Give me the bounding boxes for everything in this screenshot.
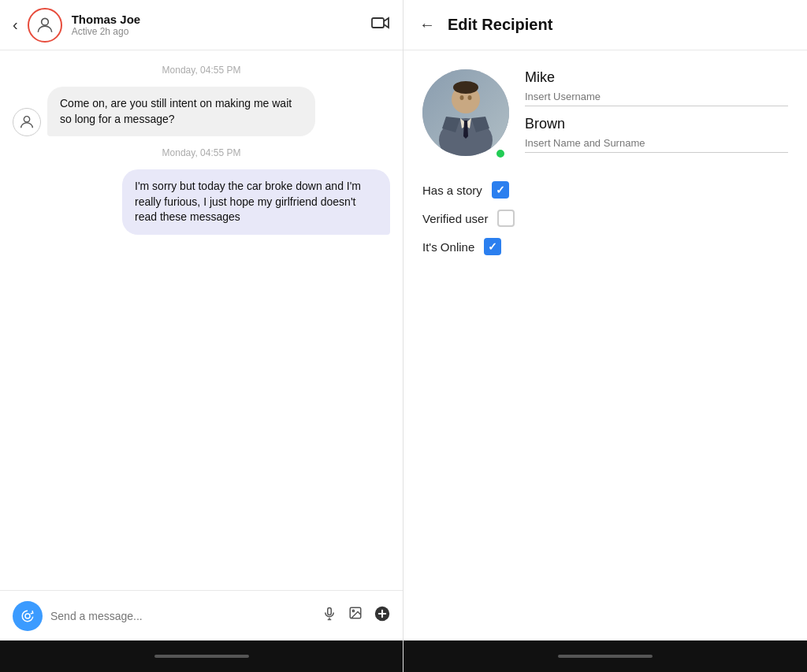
checkbox-verified[interactable] — [497, 210, 515, 227]
checkbox-online[interactable] — [484, 238, 501, 255]
profile-avatar-img — [422, 69, 509, 156]
header-info: Thomas Joe Active 2h ago — [72, 13, 362, 37]
option-row-verified: Verified user — [422, 210, 788, 227]
option-row-has-story: Has a story — [422, 181, 788, 199]
message-row-sent-1: I'm sorry but today the car broke down a… — [13, 169, 390, 235]
image-icon[interactable] — [348, 606, 363, 626]
microphone-icon[interactable] — [322, 606, 337, 626]
svg-point-3 — [25, 614, 30, 618]
avatar-container — [28, 8, 62, 43]
camera-button[interactable] — [13, 601, 43, 631]
option-label-has-story: Has a story — [422, 184, 482, 197]
bubble-sent-1: I'm sorry but today the car broke down a… — [122, 169, 390, 235]
svg-point-8 — [352, 610, 354, 611]
chat-body: Monday, 04:55 PM Come on, are you still … — [0, 50, 403, 590]
checkbox-has-story[interactable] — [492, 181, 509, 199]
nav-indicator-right — [558, 655, 653, 658]
option-label-online: It's Online — [422, 240, 474, 254]
chat-input-bar — [0, 590, 403, 640]
svg-point-0 — [41, 18, 48, 25]
chat-header: ‹ Thomas Joe Active 2h ago — [0, 0, 403, 50]
contact-status: Active 2h ago — [72, 26, 362, 37]
profile-section: Mike Brown — [422, 69, 788, 162]
person-icon — [35, 15, 55, 35]
surname-value: Brown — [525, 116, 788, 132]
options-section: Has a story Verified user It's Online — [422, 181, 788, 255]
svg-rect-4 — [328, 608, 332, 615]
option-row-online: It's Online — [422, 238, 788, 255]
avatar — [28, 8, 62, 43]
online-status-dot — [495, 148, 506, 159]
timestamp-2: Monday, 04:55 PM — [13, 147, 390, 158]
back-button[interactable]: ‹ — [13, 16, 18, 34]
bubble-received-1: Come on, are you still intent on making … — [47, 87, 315, 136]
chat-panel: ‹ Thomas Joe Active 2h ago Monday, 04:55… — [0, 0, 404, 672]
surname-input[interactable] — [525, 134, 788, 153]
nav-bar-right — [404, 640, 807, 672]
sender-avatar — [13, 108, 41, 136]
timestamp-1: Monday, 04:55 PM — [13, 65, 390, 76]
svg-rect-1 — [372, 18, 384, 28]
input-icons — [322, 606, 390, 626]
svg-marker-16 — [463, 121, 468, 139]
message-input[interactable] — [50, 610, 314, 622]
contact-name: Thomas Joe — [72, 13, 362, 26]
profile-avatar-wrap — [422, 69, 509, 162]
profile-avatar — [422, 69, 509, 156]
nav-indicator-left — [154, 655, 249, 658]
svg-point-22 — [468, 95, 472, 100]
option-label-verified: Verified user — [422, 212, 488, 225]
username-value: Mike — [525, 69, 788, 86]
edit-title: Edit Recipient — [448, 16, 552, 34]
svg-point-20 — [453, 81, 478, 94]
camera-icon — [20, 609, 35, 623]
profile-fields: Mike Brown — [525, 69, 788, 162]
avatar-icon — [18, 113, 35, 131]
edit-header: ← Edit Recipient — [404, 0, 807, 50]
svg-point-21 — [460, 95, 464, 100]
edit-body: Mike Brown Has a story Verified user It'… — [404, 50, 807, 640]
nav-bar-left — [0, 640, 403, 672]
edit-back-button[interactable]: ← — [419, 16, 435, 34]
edit-panel: ← Edit Recipient — [404, 0, 807, 672]
message-row-received-1: Come on, are you still intent on making … — [13, 87, 390, 136]
svg-point-2 — [24, 117, 29, 122]
video-call-icon[interactable] — [371, 16, 390, 34]
add-icon[interactable] — [374, 606, 390, 626]
profile-person-svg — [422, 69, 509, 156]
username-input[interactable] — [525, 87, 788, 106]
